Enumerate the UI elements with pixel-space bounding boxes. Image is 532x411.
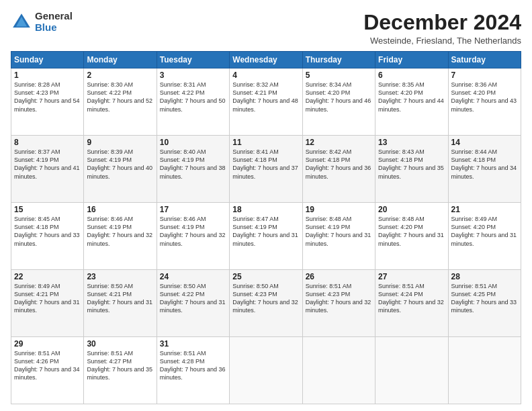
day-info: Sunrise: 8:28 AMSunset: 4:23 PMDaylight:… <box>14 81 81 113</box>
day-number: 3 <box>160 71 226 80</box>
calendar-week-row: 8Sunrise: 8:37 AMSunset: 4:19 PMDaylight… <box>11 136 521 203</box>
day-info: Sunrise: 8:46 AMSunset: 4:19 PMDaylight:… <box>160 215 226 248</box>
day-number: 11 <box>232 138 299 147</box>
logo-blue: Blue <box>35 22 73 34</box>
calendar-cell: 3Sunrise: 8:31 AMSunset: 4:22 PMDaylight… <box>157 68 229 136</box>
logo: General Blue <box>11 11 73 33</box>
calendar-cell: 4Sunrise: 8:32 AMSunset: 4:21 PMDaylight… <box>230 68 302 136</box>
day-info: Sunrise: 8:42 AMSunset: 4:18 PMDaylight:… <box>306 148 372 181</box>
calendar-cell: 17Sunrise: 8:46 AMSunset: 4:19 PMDayligh… <box>157 203 229 270</box>
calendar-week-row: 15Sunrise: 8:45 AMSunset: 4:18 PMDayligh… <box>11 203 521 270</box>
col-header-tuesday: Tuesday <box>157 52 229 68</box>
calendar-cell: 29Sunrise: 8:51 AMSunset: 4:26 PMDayligh… <box>11 337 84 404</box>
day-number: 21 <box>451 205 518 214</box>
day-info: Sunrise: 8:50 AMSunset: 4:22 PMDaylight:… <box>160 282 226 315</box>
day-info: Sunrise: 8:45 AMSunset: 4:18 PMDaylight:… <box>14 215 81 248</box>
calendar-cell: 2Sunrise: 8:30 AMSunset: 4:22 PMDaylight… <box>84 68 157 136</box>
day-info: Sunrise: 8:51 AMSunset: 4:24 PMDaylight:… <box>378 282 445 315</box>
calendar-week-row: 22Sunrise: 8:49 AMSunset: 4:21 PMDayligh… <box>11 270 521 337</box>
calendar-cell: 20Sunrise: 8:48 AMSunset: 4:20 PMDayligh… <box>375 203 448 270</box>
col-header-sunday: Sunday <box>11 52 84 68</box>
day-number: 27 <box>378 272 445 281</box>
header: General Blue December 2024 Westeinde, Fr… <box>11 11 521 46</box>
col-header-friday: Friday <box>375 52 448 68</box>
day-number: 16 <box>87 205 153 214</box>
calendar-cell: 30Sunrise: 8:51 AMSunset: 4:27 PMDayligh… <box>84 337 157 404</box>
calendar-table: SundayMondayTuesdayWednesdayThursdayFrid… <box>11 51 521 404</box>
calendar-cell: 18Sunrise: 8:47 AMSunset: 4:19 PMDayligh… <box>230 203 302 270</box>
day-number: 2 <box>87 71 153 80</box>
day-info: Sunrise: 8:41 AMSunset: 4:18 PMDaylight:… <box>232 148 299 181</box>
day-info: Sunrise: 8:48 AMSunset: 4:20 PMDaylight:… <box>378 215 445 248</box>
day-info: Sunrise: 8:51 AMSunset: 4:28 PMDaylight:… <box>160 349 226 382</box>
day-info: Sunrise: 8:51 AMSunset: 4:25 PMDaylight:… <box>451 282 518 315</box>
title-block: December 2024 Westeinde, Friesland, The … <box>363 11 521 46</box>
day-info: Sunrise: 8:43 AMSunset: 4:18 PMDaylight:… <box>378 148 445 181</box>
day-info: Sunrise: 8:44 AMSunset: 4:18 PMDaylight:… <box>451 148 518 181</box>
calendar-cell: 6Sunrise: 8:35 AMSunset: 4:20 PMDaylight… <box>375 68 448 136</box>
day-number: 28 <box>451 272 518 281</box>
day-number: 26 <box>306 272 372 281</box>
day-number: 20 <box>378 205 445 214</box>
calendar-cell: 15Sunrise: 8:45 AMSunset: 4:18 PMDayligh… <box>11 203 84 270</box>
col-header-thursday: Thursday <box>302 52 375 68</box>
month-title: December 2024 <box>363 11 521 34</box>
day-number: 22 <box>14 272 81 281</box>
day-info: Sunrise: 8:39 AMSunset: 4:19 PMDaylight:… <box>87 148 153 181</box>
day-info: Sunrise: 8:49 AMSunset: 4:21 PMDaylight:… <box>14 282 81 315</box>
calendar-cell: 26Sunrise: 8:51 AMSunset: 4:23 PMDayligh… <box>302 270 375 337</box>
day-number: 29 <box>14 339 81 349</box>
calendar-cell: 25Sunrise: 8:50 AMSunset: 4:23 PMDayligh… <box>230 270 302 337</box>
calendar-cell: 13Sunrise: 8:43 AMSunset: 4:18 PMDayligh… <box>375 136 448 203</box>
day-info: Sunrise: 8:37 AMSunset: 4:19 PMDaylight:… <box>14 148 81 181</box>
calendar-cell <box>448 337 521 404</box>
calendar-cell: 28Sunrise: 8:51 AMSunset: 4:25 PMDayligh… <box>448 270 521 337</box>
day-number: 12 <box>306 138 372 147</box>
calendar-cell: 31Sunrise: 8:51 AMSunset: 4:28 PMDayligh… <box>157 337 229 404</box>
calendar-cell: 10Sunrise: 8:40 AMSunset: 4:19 PMDayligh… <box>157 136 229 203</box>
day-number: 19 <box>306 205 372 214</box>
day-info: Sunrise: 8:32 AMSunset: 4:21 PMDaylight:… <box>232 81 299 113</box>
calendar-cell: 21Sunrise: 8:49 AMSunset: 4:20 PMDayligh… <box>448 203 521 270</box>
calendar-cell: 19Sunrise: 8:48 AMSunset: 4:19 PMDayligh… <box>302 203 375 270</box>
day-info: Sunrise: 8:31 AMSunset: 4:22 PMDaylight:… <box>160 81 226 113</box>
day-number: 25 <box>232 272 299 281</box>
day-number: 15 <box>14 205 81 214</box>
day-info: Sunrise: 8:51 AMSunset: 4:23 PMDaylight:… <box>306 282 372 315</box>
calendar-week-row: 29Sunrise: 8:51 AMSunset: 4:26 PMDayligh… <box>11 337 521 404</box>
day-number: 10 <box>160 138 226 147</box>
calendar-cell: 14Sunrise: 8:44 AMSunset: 4:18 PMDayligh… <box>448 136 521 203</box>
day-info: Sunrise: 8:50 AMSunset: 4:23 PMDaylight:… <box>232 282 299 315</box>
logo-general: General <box>35 11 73 22</box>
day-number: 18 <box>232 205 299 214</box>
day-number: 13 <box>378 138 445 147</box>
day-number: 30 <box>87 339 153 349</box>
day-info: Sunrise: 8:34 AMSunset: 4:20 PMDaylight:… <box>306 81 372 113</box>
day-info: Sunrise: 8:35 AMSunset: 4:20 PMDaylight:… <box>378 81 445 113</box>
day-number: 1 <box>14 71 81 80</box>
day-number: 7 <box>451 71 518 80</box>
day-info: Sunrise: 8:46 AMSunset: 4:19 PMDaylight:… <box>87 215 153 248</box>
calendar-cell: 27Sunrise: 8:51 AMSunset: 4:24 PMDayligh… <box>375 270 448 337</box>
day-number: 24 <box>160 272 226 281</box>
col-header-monday: Monday <box>84 52 157 68</box>
calendar-cell: 5Sunrise: 8:34 AMSunset: 4:20 PMDaylight… <box>302 68 375 136</box>
calendar-week-row: 1Sunrise: 8:28 AMSunset: 4:23 PMDaylight… <box>11 68 521 136</box>
calendar-cell: 7Sunrise: 8:36 AMSunset: 4:20 PMDaylight… <box>448 68 521 136</box>
calendar-cell <box>375 337 448 404</box>
logo-icon <box>11 11 32 33</box>
calendar-cell: 24Sunrise: 8:50 AMSunset: 4:22 PMDayligh… <box>157 270 229 337</box>
page: General Blue December 2024 Westeinde, Fr… <box>0 0 532 411</box>
day-number: 8 <box>14 138 81 147</box>
day-number: 5 <box>306 71 372 80</box>
calendar-cell: 9Sunrise: 8:39 AMSunset: 4:19 PMDaylight… <box>84 136 157 203</box>
day-number: 14 <box>451 138 518 147</box>
location: Westeinde, Friesland, The Netherlands <box>363 36 521 46</box>
calendar-cell <box>230 337 302 404</box>
calendar-header-row: SundayMondayTuesdayWednesdayThursdayFrid… <box>11 52 521 68</box>
col-header-wednesday: Wednesday <box>230 52 302 68</box>
calendar-cell: 8Sunrise: 8:37 AMSunset: 4:19 PMDaylight… <box>11 136 84 203</box>
day-number: 9 <box>87 138 153 147</box>
day-info: Sunrise: 8:49 AMSunset: 4:20 PMDaylight:… <box>451 215 518 248</box>
day-number: 31 <box>160 339 226 349</box>
